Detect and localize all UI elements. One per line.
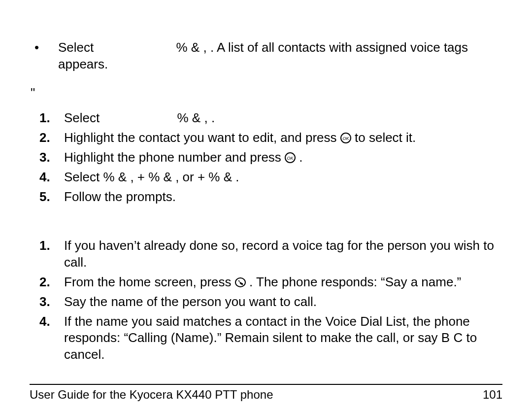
- list-text: Say the name of the person you want to c…: [64, 294, 502, 310]
- step-pre: If you haven’t already done so, record a…: [64, 238, 494, 270]
- call-key-icon: [235, 277, 246, 288]
- list-item: 1. If you haven’t already done so, recor…: [30, 238, 502, 271]
- step-pre: Follow the prompts.: [64, 189, 176, 204]
- list-number: 1.: [30, 238, 64, 271]
- svg-text:OK: OK: [342, 136, 349, 141]
- bullet-item: • Select % & , . A list of all contacts …: [30, 39, 502, 73]
- list-text: Select % & , + % & , or + % & .: [64, 169, 502, 186]
- list-item: 5. Follow the prompts.: [30, 189, 502, 206]
- bullet-post: . A list of all contacts with assigned v…: [58, 40, 468, 71]
- page-number: 101: [483, 387, 502, 402]
- document-page: • Select % & , . A list of all contacts …: [0, 0, 532, 411]
- step-pre: If the name you said matches a contact i…: [64, 314, 477, 362]
- list-item: 2. From the home screen, press . The pho…: [30, 274, 502, 291]
- list-item: 3. Highlight the phone number and press …: [30, 149, 502, 166]
- list-item: 4. If the name you said matches a contac…: [30, 313, 502, 363]
- ordered-list-a: 1. Select % & , . 2. Highlight the conta…: [30, 110, 502, 205]
- footer-line: User Guide for the Kyocera KX440 PTT pho…: [30, 384, 502, 402]
- step-pre: Say the name of the person you want to c…: [64, 294, 317, 309]
- list-number: 4.: [30, 313, 64, 363]
- bullet-marker: •: [30, 39, 58, 73]
- svg-text:OK: OK: [287, 156, 294, 161]
- step-post: . The phone responds: “Say a name.”: [249, 274, 461, 289]
- list-text: If you haven’t already done so, record a…: [64, 238, 502, 271]
- menu-path: % & ,: [176, 40, 207, 55]
- list-number: 2.: [30, 130, 64, 146]
- footer-title: User Guide for the Kyocera KX440 PTT pho…: [30, 387, 273, 402]
- page-footer: User Guide for the Kyocera KX440 PTT pho…: [0, 384, 532, 402]
- list-number: 4.: [30, 169, 64, 186]
- step-pre: Highlight the phone number and press: [64, 150, 285, 165]
- step-pre: From the home screen, press: [64, 274, 235, 289]
- list-number: 5.: [30, 189, 64, 206]
- section-gap: [30, 208, 502, 238]
- list-number: 2.: [30, 274, 64, 291]
- menu-path: % & , + % & , or + % & .: [103, 170, 239, 184]
- ok-key-icon: OK: [340, 133, 351, 143]
- list-text: Follow the prompts.: [64, 189, 502, 206]
- ok-key-icon: OK: [285, 152, 296, 163]
- step-pre: Highlight the contact you want to edit, …: [64, 130, 340, 145]
- list-number: 3.: [30, 294, 64, 310]
- step-pre: Select: [64, 110, 103, 125]
- list-text: Highlight the contact you want to edit, …: [64, 130, 502, 146]
- bullet-pre: Select: [58, 40, 98, 55]
- ordered-list-b: 1. If you haven’t already done so, recor…: [30, 238, 502, 363]
- list-number: 3.: [30, 149, 64, 166]
- step-post: .: [299, 150, 302, 165]
- list-text: Select % & , .: [64, 110, 502, 127]
- list-item: 1. Select % & , .: [30, 110, 502, 127]
- list-text: From the home screen, press . The phone …: [64, 274, 502, 291]
- step-pre: Select: [64, 170, 103, 184]
- list-item: 4. Select % & , + % & , or + % & .: [30, 169, 502, 186]
- list-item: 2. Highlight the contact you want to edi…: [30, 130, 502, 146]
- bullet-text: Select % & , . A list of all contacts wi…: [58, 39, 502, 73]
- list-number: 1.: [30, 110, 64, 127]
- list-item: 3. Say the name of the person you want t…: [30, 294, 502, 310]
- step-post: .: [211, 110, 215, 125]
- section-marker: ": [30, 85, 502, 102]
- menu-path: % & ,: [177, 110, 208, 125]
- step-post: to select it.: [355, 130, 416, 145]
- list-text: If the name you said matches a contact i…: [64, 313, 502, 363]
- page-content: • Select % & , . A list of all contacts …: [30, 39, 502, 363]
- list-text: Highlight the phone number and press OK …: [64, 149, 502, 166]
